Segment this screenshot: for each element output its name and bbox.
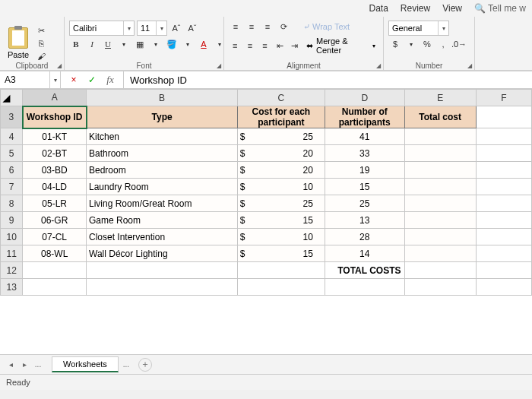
tell-me-search[interactable]: 🔍Tell me w (468, 2, 532, 15)
cell-id[interactable]: 01-KT (23, 128, 87, 145)
chevron-down-icon[interactable]: ▾ (117, 38, 131, 50)
cell-total[interactable] (404, 195, 476, 212)
cell[interactable] (476, 245, 531, 262)
cell-id[interactable]: 03-BD (23, 162, 87, 179)
chevron-down-icon[interactable]: ▾ (438, 21, 448, 35)
align-right-button[interactable]: ≡ (258, 40, 271, 52)
number-format-select[interactable]: General ▾ (388, 21, 449, 36)
sheet-all-button[interactable]: ... (32, 359, 44, 371)
cell-cost[interactable]: $25 (237, 128, 325, 145)
sheet-tab-worksheets[interactable]: Worksheets (52, 356, 119, 372)
chevron-down-icon[interactable]: ▾ (372, 43, 375, 49)
font-color-button[interactable]: A (197, 38, 211, 50)
cell[interactable] (87, 262, 238, 279)
align-center-button[interactable]: ≡ (244, 40, 257, 52)
col-header-f[interactable]: F (476, 90, 531, 106)
cell-cost[interactable]: $10 (237, 179, 325, 195)
cell-a3[interactable]: Workshop ID (23, 106, 87, 128)
col-header-e[interactable]: E (404, 90, 476, 106)
font-size-input[interactable] (138, 24, 156, 33)
spreadsheet-grid[interactable]: ◢ A B C D E F 3 Workshop ID Type Cost fo… (0, 89, 532, 355)
align-middle-button[interactable]: ≡ (245, 21, 258, 33)
row-header[interactable]: 4 (1, 128, 23, 145)
bold-button[interactable]: B (69, 38, 83, 50)
col-header-b[interactable]: B (87, 90, 238, 106)
cell[interactable] (476, 195, 531, 212)
borders-button[interactable]: ▦ (133, 38, 147, 50)
comma-format-button[interactable]: , (436, 38, 450, 50)
cell-id[interactable]: 02-BT (23, 145, 87, 162)
cell[interactable] (237, 262, 325, 279)
cell-type[interactable]: Kitchen (87, 128, 238, 145)
cell[interactable] (404, 279, 476, 296)
cell-cost[interactable]: $15 (237, 212, 325, 229)
merge-center-button[interactable]: ⬌ Merge & Center ▾ (303, 35, 378, 56)
alignment-dialog-launcher[interactable]: ◢ (375, 62, 382, 69)
cell-id[interactable]: 06-GR (23, 212, 87, 229)
cell-cost[interactable]: $20 (237, 162, 325, 179)
row-header[interactable]: 13 (1, 279, 23, 296)
sheet-more-button[interactable]: ... (120, 359, 132, 371)
select-all-corner[interactable]: ◢ (1, 90, 23, 106)
cell[interactable] (87, 279, 238, 296)
cell[interactable] (476, 162, 531, 179)
format-painter-button[interactable]: 🖌 (34, 50, 48, 62)
row-header[interactable]: 9 (1, 212, 23, 229)
chevron-down-icon[interactable]: ▾ (123, 21, 134, 35)
chevron-down-icon[interactable]: ▾ (404, 38, 418, 50)
increase-decimal-button[interactable]: .0→ (452, 38, 466, 50)
row-header[interactable]: 10 (1, 229, 23, 245)
italic-button[interactable]: I (85, 38, 99, 50)
cell-type[interactable]: Game Room (87, 212, 238, 229)
fill-color-button[interactable]: 🪣 (165, 38, 179, 50)
row-header[interactable]: 7 (1, 179, 23, 195)
cell[interactable] (404, 262, 476, 279)
sheet-next-button[interactable]: ▸ (18, 359, 30, 371)
cell-cost[interactable]: $10 (237, 229, 325, 245)
font-name-input[interactable] (70, 24, 123, 33)
cell-type[interactable]: Bedroom (87, 162, 238, 179)
cell-c3[interactable]: Cost for each participant (237, 106, 325, 128)
cell-total[interactable] (404, 229, 476, 245)
cell[interactable] (476, 279, 531, 296)
enter-button[interactable]: ✓ (85, 73, 99, 87)
cell-id[interactable]: 07-CL (23, 229, 87, 245)
decrease-font-button[interactable]: Aˇ (185, 22, 199, 34)
cell[interactable] (237, 279, 325, 296)
cell[interactable] (476, 229, 531, 245)
font-dialog-launcher[interactable]: ◢ (215, 62, 223, 69)
sheet-prev-button[interactable]: ◂ (5, 359, 17, 371)
cell[interactable] (325, 279, 404, 296)
row-header[interactable]: 11 (1, 245, 23, 262)
decrease-indent-button[interactable]: ⇤ (274, 40, 287, 52)
cell[interactable] (476, 106, 531, 128)
col-header-d[interactable]: D (325, 90, 404, 106)
formula-bar-input[interactable]: Workshop ID (124, 71, 532, 88)
tab-view[interactable]: View (436, 2, 468, 15)
align-top-button[interactable]: ≡ (229, 21, 242, 33)
cell-id[interactable]: 05-LR (23, 195, 87, 212)
cell-total[interactable] (404, 212, 476, 229)
row-header[interactable]: 12 (1, 262, 23, 279)
cell-total[interactable] (404, 128, 476, 145)
number-dialog-launcher[interactable]: ◢ (466, 62, 473, 69)
col-header-c[interactable]: C (237, 90, 325, 106)
cell-num[interactable]: 41 (325, 128, 404, 145)
cell-num[interactable]: 33 (325, 145, 404, 162)
cell-num[interactable]: 14 (325, 245, 404, 262)
cell-type[interactable]: Wall Décor Lighting (87, 245, 238, 262)
cell-id[interactable]: 08-WL (23, 245, 87, 262)
cell-num[interactable]: 25 (325, 195, 404, 212)
cell-num[interactable]: 19 (325, 162, 404, 179)
orientation-button[interactable]: ⟳ (277, 21, 290, 33)
cell-num[interactable]: 28 (325, 229, 404, 245)
cell[interactable] (476, 179, 531, 195)
align-left-button[interactable]: ≡ (229, 40, 242, 52)
col-header-a[interactable]: A (23, 90, 87, 106)
chevron-down-icon[interactable]: ▾ (149, 38, 163, 50)
cell-num[interactable]: 15 (325, 179, 404, 195)
cell-id[interactable]: 04-LD (23, 179, 87, 195)
clipboard-dialog-launcher[interactable]: ◢ (55, 62, 63, 69)
cell-total[interactable] (404, 179, 476, 195)
cell-cost[interactable]: $25 (237, 195, 325, 212)
